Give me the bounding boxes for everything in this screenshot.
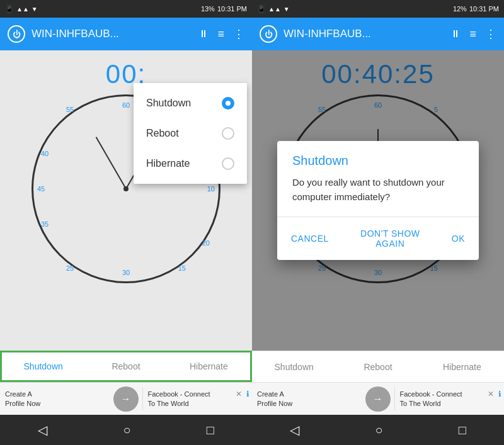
dialog-title: Shutdown <box>277 141 479 176</box>
bottom-tabs-left: Shutdown Reboot Hibernate <box>0 351 252 382</box>
recent-btn-right[interactable]: □ <box>459 423 466 437</box>
signal-bars-right: ▲▲ <box>268 6 281 13</box>
wifi-icon: ▼ <box>32 6 38 13</box>
dropdown-hibernate[interactable]: Hibernate <box>134 149 247 179</box>
status-left-icons: 📱 ▲▲ ▼ <box>5 5 38 13</box>
dialog-box: Shutdown Do you really want to shutdown … <box>277 141 479 260</box>
tab-shutdown-right[interactable]: Shutdown <box>252 357 336 377</box>
tab-reboot-right[interactable]: Reboot <box>336 357 420 377</box>
app-title-left: WIN-INHFBAUB... <box>32 28 192 40</box>
tick-35: 35 <box>41 220 49 228</box>
tick-55: 55 <box>66 106 74 113</box>
dropdown-shutdown[interactable]: Shutdown <box>134 88 247 118</box>
tab-reboot-left[interactable]: Reboot <box>84 356 167 376</box>
ad-right-text-right: Facebook - ConnectTo The World ✕ ℹ <box>394 387 505 410</box>
ad-arrow-btn-right[interactable]: → <box>365 386 391 412</box>
app-header-right: ⏻ WIN-INHFBAUB... ⏸ ≡ ⋮ <box>252 18 504 50</box>
dropdown-hibernate-label: Hibernate <box>146 158 190 169</box>
back-btn-left[interactable]: ◁ <box>38 422 47 437</box>
dialog-actions: Cancel Don't show again OK <box>277 217 479 260</box>
tick-15: 15 <box>178 264 186 272</box>
tick-60: 60 <box>122 101 130 109</box>
more-icon-left[interactable]: ⋮ <box>233 27 244 41</box>
sim-icon-right: 📱 <box>257 5 266 13</box>
ad-banner-right: Create AProfile Now → Facebook - Connect… <box>252 382 504 415</box>
battery-level-left: 13% <box>201 5 215 13</box>
status-right-info-right: 12% 10:31 PM <box>453 5 499 13</box>
time-left: 10:31 PM <box>217 5 247 13</box>
clock-center <box>123 186 129 191</box>
tick-25: 25 <box>66 264 74 272</box>
ad-left-text-right: Create AProfile Now <box>252 387 362 410</box>
power-icon-right[interactable]: ⏻ <box>260 25 277 43</box>
status-bar-left: 📱 ▲▲ ▼ 13% 10:31 PM <box>0 0 252 18</box>
tick-45: 45 <box>37 185 45 193</box>
signal-bars: ▲▲ <box>16 6 29 13</box>
ad-arrow-btn-left[interactable]: → <box>113 386 139 412</box>
tab-hibernate-left[interactable]: Hibernate <box>168 356 250 376</box>
cancel-button[interactable]: Cancel <box>282 222 338 255</box>
header-icons-right: ⏸ ≡ ⋮ <box>450 27 496 41</box>
tick-10: 10 <box>207 185 215 193</box>
list-icon-right[interactable]: ≡ <box>469 28 476 41</box>
tick-30: 30 <box>122 269 130 276</box>
dont-show-button[interactable]: Don't show again <box>338 222 443 255</box>
status-left-icons-right: 📱 ▲▲ ▼ <box>257 5 290 13</box>
time-right: 10:31 PM <box>469 5 499 13</box>
bottom-tabs-right: Shutdown Reboot Hibernate <box>252 351 504 382</box>
clock-minute-hand <box>96 137 127 189</box>
dropdown-reboot[interactable]: Reboot <box>134 118 247 149</box>
dialog-message: Do you really want to shutdown your comp… <box>277 176 479 217</box>
tick-20: 20 <box>202 239 210 247</box>
app-title-right: WIN-INHFBAUB... <box>284 28 444 40</box>
sim-icon: 📱 <box>5 5 14 13</box>
right-phone-panel: 📱 ▲▲ ▼ 12% 10:31 PM ⏻ WIN-INHFBAUB... ⏸ … <box>252 0 504 445</box>
more-icon-right[interactable]: ⋮ <box>485 27 496 41</box>
tick-40: 40 <box>41 150 49 157</box>
app-header-left: ⏻ WIN-INHFBAUB... ⏸ ≡ ⋮ <box>0 18 252 50</box>
dropdown-shutdown-label: Shutdown <box>146 98 191 109</box>
back-btn-right[interactable]: ◁ <box>290 422 299 437</box>
ad-info-icon-left[interactable]: ℹ <box>246 390 249 400</box>
dialog-overlay: Shutdown Do you really want to shutdown … <box>252 50 504 351</box>
ad-banner-left: Create AProfile Now → Facebook - Connect… <box>0 382 252 415</box>
power-icon-left[interactable]: ⏻ <box>8 25 25 43</box>
ad-close-icon-right[interactable]: ✕ <box>488 390 494 400</box>
left-phone-panel: 📱 ▲▲ ▼ 13% 10:31 PM ⏻ WIN-INHFBAUB... ⏸ … <box>0 0 252 445</box>
header-icons-left: ⏸ ≡ ⋮ <box>198 27 244 41</box>
tab-hibernate-right[interactable]: Hibernate <box>420 357 504 377</box>
home-btn-left[interactable]: ○ <box>123 423 130 437</box>
home-btn-right[interactable]: ○ <box>375 423 382 437</box>
nav-bar-right: ◁ ○ □ <box>252 415 504 445</box>
ad-left-text: Create AProfile Now <box>0 387 110 410</box>
tab-shutdown-left[interactable]: Shutdown <box>2 356 84 376</box>
battery-level-right: 12% <box>453 5 467 13</box>
radio-reboot[interactable] <box>222 127 234 140</box>
main-content-right: 00:40:25 60 5 10 15 25 30 45 55 20 40 35 <box>252 50 504 351</box>
main-content-left: 00: 60 5 10 15 25 30 45 55 20 40 35 <box>0 50 252 351</box>
recent-btn-left[interactable]: □ <box>207 423 214 437</box>
ad-right-text: Facebook - ConnectTo The World ✕ ℹ <box>142 387 253 410</box>
ad-info-icon-right[interactable]: ℹ <box>498 390 501 400</box>
pause-icon-left[interactable]: ⏸ <box>198 28 209 40</box>
list-icon-left[interactable]: ≡ <box>217 28 224 41</box>
ok-button[interactable]: OK <box>443 222 474 255</box>
dropdown-menu: Shutdown Reboot Hibernate <box>134 83 247 184</box>
radio-shutdown[interactable] <box>222 97 234 110</box>
dropdown-reboot-label: Reboot <box>146 128 179 139</box>
status-right-info: 13% 10:31 PM <box>201 5 247 13</box>
status-bar-right: 📱 ▲▲ ▼ 12% 10:31 PM <box>252 0 504 18</box>
radio-hibernate[interactable] <box>222 157 234 170</box>
wifi-icon-right: ▼ <box>284 6 290 13</box>
pause-icon-right[interactable]: ⏸ <box>450 28 461 40</box>
nav-bar-left: ◁ ○ □ <box>0 415 252 445</box>
ad-close-icon-left[interactable]: ✕ <box>236 390 242 400</box>
